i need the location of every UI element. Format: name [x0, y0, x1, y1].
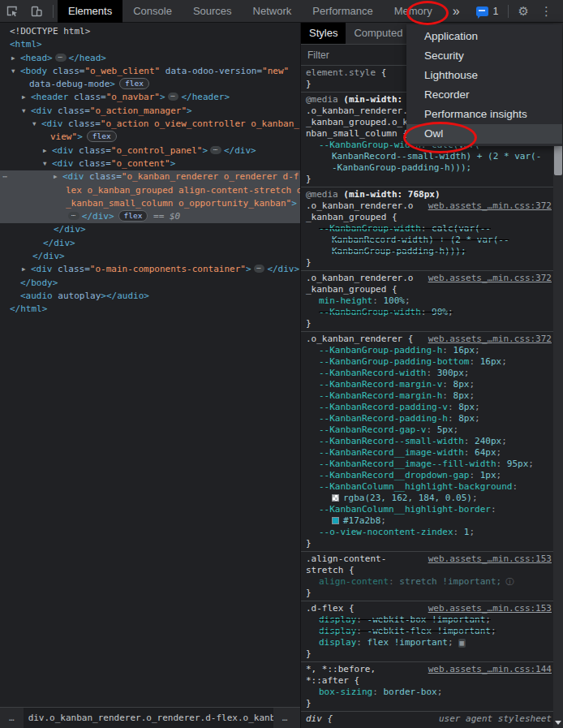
dom-tree-line[interactable]: ▶<header class="o_navbar">⋯</header>	[0, 91, 300, 104]
dom-tree-line[interactable]: </html>	[0, 303, 300, 316]
css-line[interactable]: --KanbanGroup-width: 90%;	[301, 307, 553, 318]
dom-tree-line[interactable]: data-debug-mode>flex	[0, 78, 300, 91]
css-line[interactable]: --KanbanGroup-padding-h: 16px;	[301, 345, 553, 356]
flex-badge[interactable]: flex	[119, 78, 149, 89]
expand-arrow-icon[interactable]: ▼	[32, 118, 41, 131]
tab-console[interactable]: Console	[122, 0, 183, 23]
expand-arrow-icon[interactable]: ▼	[43, 157, 52, 170]
css-line[interactable]: --KanbanRecord__image-width: 64px;	[301, 447, 553, 459]
breadcrumb-selected-node[interactable]: div.o_kanban_renderer.o_renderer.d-flex.…	[24, 708, 273, 728]
css-line[interactable]: display: -webkit-box !important;	[301, 614, 553, 626]
css-line[interactable]: @media (min-width: 768px)	[301, 189, 553, 200]
css-line[interactable]: KanbanRecord--small-width) + (2 * var(-	[301, 151, 553, 162]
css-line[interactable]: }	[301, 538, 553, 549]
settings-icon[interactable]: ⚙	[513, 0, 535, 23]
breadcrumb-overflow-right[interactable]: …	[273, 713, 297, 723]
dom-tree-line[interactable]: <!DOCTYPE html>	[0, 25, 300, 38]
selected-dom-node[interactable]: ⋯▶<div class="o_kanban_renderer o_render…	[0, 170, 300, 223]
stylesheet-source-link[interactable]: web.assets_…min.css:372	[428, 334, 552, 345]
css-line[interactable]: }	[301, 648, 553, 660]
node-more-actions-icon[interactable]: ⋯	[2, 170, 7, 183]
css-line[interactable]: display: flex !important;▦	[301, 637, 553, 648]
flex-badge[interactable]: flex	[87, 131, 117, 142]
expand-arrow-icon[interactable]: ▶	[22, 263, 31, 276]
color-swatch[interactable]	[332, 517, 339, 524]
menu-item-performance-insights[interactable]: Performance insights	[406, 105, 562, 124]
stylesheet-source-link[interactable]: web.assets_…min.css:153	[428, 603, 552, 614]
css-line[interactable]: --KanbanColumn__highlight-background:	[301, 481, 553, 493]
styles-tab-computed[interactable]: Computed	[346, 23, 410, 44]
issues-counter[interactable]: 1	[476, 6, 499, 17]
ellipsis-expand-icon[interactable]: ⋯	[55, 54, 67, 62]
flex-editor-icon[interactable]: ▦	[458, 639, 466, 648]
css-line[interactable]: _kanban_grouped {	[301, 212, 553, 223]
css-line[interactable]: rgba(23, 162, 184, 0.05);	[301, 493, 553, 504]
css-line[interactable]: --KanbanRecord-width: 300px;	[301, 368, 553, 379]
tab-performance[interactable]: Performance	[302, 0, 383, 23]
dom-tree-line[interactable]: ⋯▶<div class="o_kanban_renderer o_render…	[0, 170, 300, 183]
css-line[interactable]: --KanbanRecord__image--fill-width: 95px;	[301, 459, 553, 470]
css-line[interactable]: .d-flex {web.assets_…min.css:153	[301, 603, 553, 614]
css-line[interactable]: }	[301, 318, 553, 330]
menu-item-application[interactable]: Application	[406, 27, 562, 46]
css-line[interactable]: --KanbanColumn__highlight-border:	[301, 504, 553, 515]
stylesheet-source-link[interactable]: web.assets_…min.css:153	[428, 554, 552, 565]
dom-tree-line[interactable]: ▼<body class="o_web_client" data-odoo-ve…	[0, 65, 300, 78]
dom-tree-line[interactable]: _kanban_small_column o_opportunity_kanba…	[0, 197, 300, 210]
close-icon[interactable]: ×	[558, 0, 563, 23]
expand-arrow-icon[interactable]: ▼	[22, 105, 31, 118]
flex-badge[interactable]: flex	[118, 210, 148, 222]
dom-tree-line[interactable]: <audio autoplay></audio>	[0, 290, 300, 303]
dom-tree-line[interactable]: </body>	[0, 277, 300, 290]
stylesheet-source-link[interactable]: web.assets_…min.css:144	[428, 664, 552, 675]
css-line[interactable]: .o_kanban_renderer.oweb.assets_…min.css:…	[301, 273, 553, 284]
dom-tree-line[interactable]: ▶<div class="o_control_panel">⋯</div>	[0, 144, 300, 157]
dom-tree-line[interactable]: view">flex	[0, 131, 300, 144]
dom-tree-line[interactable]: </div>	[0, 250, 300, 263]
css-line[interactable]: #17a2b8;	[301, 515, 553, 527]
css-line[interactable]: --KanbanRecord-gap-v: 5px;	[301, 424, 553, 436]
css-line[interactable]: --KanbanGroup-padding-bottom: 16px;	[301, 356, 553, 368]
menu-item-security[interactable]: Security	[406, 46, 562, 66]
expand-arrow-icon[interactable]: ▶	[54, 170, 62, 183]
css-line[interactable]: stretch {	[301, 565, 553, 576]
tab-network[interactable]: Network	[243, 0, 303, 23]
dom-tree-line[interactable]: ▼<div class="o_content">	[0, 157, 300, 170]
css-line[interactable]: }	[301, 174, 553, 185]
css-line[interactable]: div {user agent stylesheet	[301, 713, 553, 725]
css-line[interactable]: *, *::before,web.assets_…min.css:144	[301, 664, 553, 675]
stylesheet-source-link[interactable]: web.assets_…min.css:372	[428, 200, 552, 212]
css-line[interactable]: }	[301, 698, 553, 709]
expand-arrow-icon[interactable]: ▶	[22, 91, 31, 104]
css-line[interactable]: .o_kanban_renderer.oweb.assets_…min.css:…	[301, 200, 553, 212]
dom-tree-line[interactable]: ▼<div class="o_action_manager">	[0, 105, 300, 118]
menu-item-recorder[interactable]: Recorder	[406, 85, 562, 105]
css-line[interactable]: }	[301, 588, 553, 599]
expand-arrow-icon[interactable]: ▶	[11, 52, 20, 65]
css-line[interactable]: min-height: 100%;	[301, 295, 553, 307]
css-line[interactable]: --KanbanRecord-padding-h: 8px;	[301, 413, 553, 424]
ellipsis-expand-icon[interactable]: ⋯	[68, 212, 80, 220]
dom-tree-line[interactable]: </div>	[0, 223, 300, 236]
kebab-menu-icon[interactable]: ⋮	[535, 0, 558, 23]
dom-tree-line[interactable]: lex o_kanban_grouped align-content-stret…	[0, 184, 300, 197]
css-line[interactable]: }	[301, 257, 553, 269]
tab-elements[interactable]: Elements	[58, 0, 122, 23]
styles-tab-styles[interactable]: Styles	[301, 23, 346, 44]
css-line[interactable]: *::after {	[301, 675, 553, 687]
dom-tree-line[interactable]: </div>	[0, 237, 300, 250]
css-line[interactable]: --KanbanRecord-margin-h: 8px;	[301, 390, 553, 402]
css-line[interactable]: _kanban_grouped {	[301, 284, 553, 295]
device-toolbar-icon[interactable]	[30, 5, 43, 18]
css-line[interactable]: --KanbanRecord--small-width: 240px;	[301, 436, 553, 447]
dom-tree-line[interactable]: <html>	[0, 38, 300, 51]
expand-arrow-icon[interactable]: ▼	[11, 65, 20, 78]
dom-tree-line[interactable]: ⋯</div>flex == $0	[0, 210, 300, 223]
dom-tree-line[interactable]: ▶<head>⋯</head>	[0, 52, 300, 65]
css-line[interactable]: KanbanRecord-width) + (2 * var(--	[301, 235, 553, 246]
css-line[interactable]: box-sizing: border-box;	[301, 687, 553, 698]
css-line[interactable]: .o_kanban_renderer {web.assets_…min.css:…	[301, 334, 553, 345]
css-line[interactable]: .align-content-web.assets_…min.css:153	[301, 554, 553, 565]
css-line[interactable]: --KanbanGroup-width: calc(var(--	[301, 223, 553, 235]
css-line[interactable]: align-content: stretch !important;ⓘ	[301, 576, 553, 588]
